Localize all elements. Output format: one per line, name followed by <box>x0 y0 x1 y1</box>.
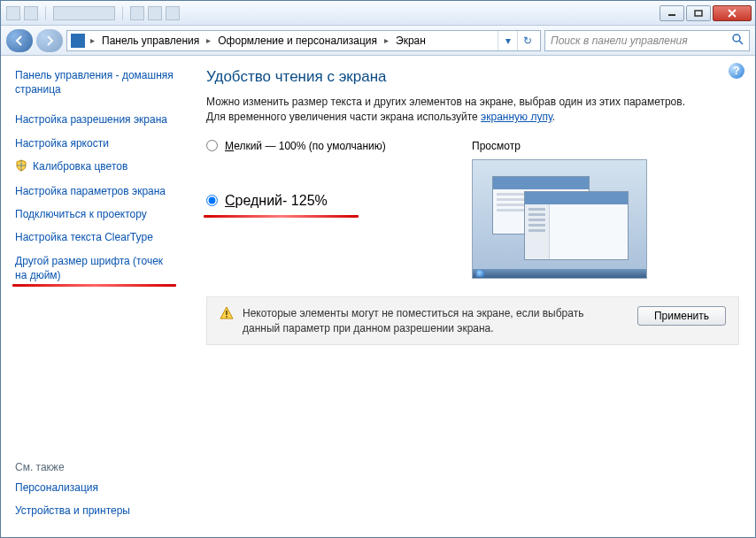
arrow-left-icon <box>13 35 26 47</box>
help-button[interactable]: ? <box>729 63 744 79</box>
sidebar-item-cleartype[interactable]: Настройка текста ClearType <box>15 230 176 244</box>
sidebar-seealso-personalization[interactable]: Персонализация <box>15 480 176 495</box>
svg-rect-0 <box>668 14 675 16</box>
svg-rect-3 <box>226 311 228 315</box>
radio-option-small[interactable]: Мелкий — 100% (по умолчанию) <box>206 140 445 152</box>
forward-button[interactable] <box>36 29 63 52</box>
warning-text: Некоторые элементы могут не поместиться … <box>243 306 620 336</box>
sidebar-item-projector[interactable]: Подключиться к проектору <box>15 207 176 221</box>
navbar: ▸ Панель управления ▸ Оформление и персо… <box>1 26 755 56</box>
sidebar-item-custom-dpi[interactable]: Другой размер шрифта (точек на дюйм) <box>15 254 176 282</box>
preview-taskbar <box>473 269 646 278</box>
titlebar <box>1 1 755 26</box>
main-content: ? Удобство чтения с экрана Можно изменит… <box>187 56 755 537</box>
search-icon[interactable] <box>731 33 744 48</box>
radio-small[interactable] <box>206 140 218 151</box>
see-also-heading: См. также <box>15 461 176 473</box>
breadcrumb[interactable]: Экран <box>392 33 429 49</box>
sidebar-item-calibration[interactable]: Калибровка цветов <box>15 159 176 175</box>
preview-window-2 <box>524 191 629 260</box>
svg-rect-1 <box>695 11 702 16</box>
svg-rect-4 <box>226 316 228 318</box>
apply-button[interactable]: Применить <box>637 306 726 326</box>
address-bar[interactable]: ▸ Панель управления ▸ Оформление и персо… <box>66 30 541 51</box>
warning-icon <box>220 306 234 320</box>
sidebar-item-display-settings[interactable]: Настройка параметров экрана <box>15 184 176 198</box>
maximize-button[interactable] <box>686 5 711 21</box>
close-button[interactable] <box>713 5 752 21</box>
minimize-icon <box>667 10 676 17</box>
titlebar-glass-area <box>1 6 658 20</box>
svg-point-2 <box>733 35 740 42</box>
radio-medium-label: Средний- 125% <box>225 193 328 209</box>
highlight-underline <box>204 215 359 218</box>
page-description: Можно изменить размер текста и других эл… <box>206 95 702 126</box>
window: ▸ Панель управления ▸ Оформление и персо… <box>0 0 756 538</box>
search-input[interactable]: Поиск в панели управления <box>544 30 750 51</box>
radio-option-medium[interactable]: Средний- 125% <box>206 193 445 209</box>
close-icon <box>727 9 737 18</box>
chevron-down-icon[interactable]: ▾ <box>498 31 517 50</box>
magnifier-link[interactable]: экранную лупу <box>481 111 552 123</box>
chevron-right-icon[interactable]: ▸ <box>204 35 212 45</box>
chevron-right-icon[interactable]: ▸ <box>89 35 96 45</box>
refresh-icon[interactable]: ↻ <box>517 31 536 50</box>
maximize-icon <box>694 10 703 17</box>
footer-bar: Некоторые элементы могут не поместиться … <box>206 296 739 346</box>
preview-label: Просмотр <box>472 140 647 152</box>
search-placeholder: Поиск в панели управления <box>551 35 688 47</box>
back-button[interactable] <box>6 29 33 52</box>
preview-thumbnail[interactable] <box>472 159 647 279</box>
body: Панель управления - домашняя страница На… <box>1 56 755 537</box>
page-title: Удобство чтения с экрана <box>206 68 739 86</box>
radio-small-label: Мелкий — 100% (по умолчанию) <box>225 140 386 152</box>
sidebar-item-brightness[interactable]: Настройка яркости <box>15 136 176 150</box>
arrow-right-icon <box>43 35 56 47</box>
shield-icon <box>15 159 27 175</box>
minimize-button[interactable] <box>660 5 684 21</box>
control-panel-icon <box>71 34 85 48</box>
breadcrumb[interactable]: Панель управления <box>98 33 203 49</box>
breadcrumb[interactable]: Оформление и персонализация <box>214 33 381 49</box>
highlight-underline <box>12 284 176 287</box>
sidebar-item-resolution[interactable]: Настройка разрешения экрана <box>15 112 176 127</box>
radio-medium[interactable] <box>206 195 218 206</box>
sidebar-home-link[interactable]: Панель управления - домашняя страница <box>15 68 176 96</box>
sidebar: Панель управления - домашняя страница На… <box>1 56 187 537</box>
sidebar-seealso-devices[interactable]: Устройства и принтеры <box>15 503 176 518</box>
chevron-right-icon[interactable]: ▸ <box>382 35 390 45</box>
